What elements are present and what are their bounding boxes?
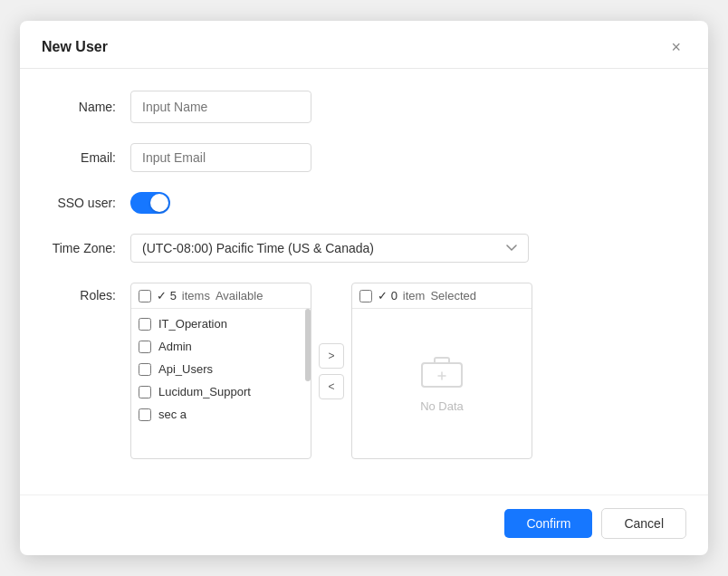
roles-label: Roles: [49, 283, 130, 302]
list-item[interactable]: Admin [131, 335, 311, 358]
email-label: Email: [49, 150, 130, 165]
scrollbar-thumb [305, 309, 311, 381]
no-data-text: No Data [420, 399, 464, 413]
dialog-overlay: New User × Name: ··· Email: SSO user: [0, 0, 728, 576]
dialog-body: Name: ··· Email: SSO user: [20, 69, 708, 494]
role-name: sec a [158, 408, 187, 421]
role-checkbox[interactable] [139, 408, 151, 421]
list-item[interactable]: Lucidum_Support [131, 380, 311, 403]
sso-label: SSO user: [49, 196, 130, 210]
selected-item-label: item [403, 289, 426, 302]
move-left-button[interactable]: < [319, 374, 344, 399]
role-checkbox[interactable] [139, 318, 151, 331]
email-input[interactable] [130, 143, 311, 172]
selected-count: ✓ 0 [378, 289, 398, 302]
dialog-footer: Confirm Cancel [20, 494, 708, 555]
sso-row: SSO user: [49, 192, 679, 214]
transfer-buttons: > < [319, 343, 344, 399]
no-data-icon [420, 354, 464, 392]
name-input-wrap: ··· [130, 91, 311, 123]
roles-available-panel: ✓ 5 items Available IT_Operation [130, 283, 311, 459]
role-name: Admin [158, 340, 192, 353]
available-select-all-checkbox[interactable] [139, 290, 151, 302]
roles-available-list: IT_Operation Admin Api_Users [131, 309, 311, 458]
timezone-select[interactable]: (UTC-08:00) Pacific Time (US & Canada) I… [130, 234, 529, 263]
list-item[interactable]: IT_Operation [131, 312, 311, 335]
name-label: Name: [49, 100, 130, 114]
role-name: Api_Users [158, 362, 213, 376]
list-item[interactable]: Api_Users [131, 358, 311, 380]
dialog-header: New User × [20, 21, 708, 69]
name-row: Name: ··· [49, 91, 679, 123]
role-checkbox[interactable] [139, 386, 151, 398]
available-items-label: items [182, 289, 210, 302]
new-user-dialog: New User × Name: ··· Email: SSO user: [20, 21, 708, 555]
sso-toggle-wrap [130, 192, 170, 214]
toggle-slider [130, 192, 170, 214]
selected-select-all-checkbox[interactable] [359, 290, 372, 302]
cancel-button[interactable]: Cancel [601, 508, 686, 539]
confirm-button[interactable]: Confirm [504, 509, 592, 538]
role-name: IT_Operation [158, 317, 227, 331]
name-input[interactable] [131, 93, 311, 120]
timezone-row: Time Zone: (UTC-08:00) Pacific Time (US … [49, 234, 679, 263]
timezone-label: Time Zone: [49, 241, 130, 255]
roles-available-header: ✓ 5 items Available [131, 283, 311, 309]
list-item[interactable]: sec a [131, 403, 311, 426]
role-checkbox[interactable] [139, 341, 151, 353]
selected-sublabel: Selected [430, 289, 476, 302]
dialog-title: New User [42, 39, 108, 55]
roles-content: ✓ 5 items Available IT_Operation [130, 283, 679, 459]
email-row: Email: [49, 143, 679, 172]
role-name: Lucidum_Support [158, 385, 251, 398]
close-button[interactable]: × [666, 37, 686, 57]
available-count: ✓ 5 [157, 289, 177, 302]
roles-selected-header: ✓ 0 item Selected [352, 283, 532, 309]
sso-toggle[interactable] [130, 192, 170, 214]
roles-selected-panel: ✓ 0 item Selected [351, 283, 532, 459]
available-sublabel: Available [216, 289, 263, 302]
roles-row: Roles: ✓ 5 items Available [49, 283, 679, 459]
role-checkbox[interactable] [139, 363, 151, 376]
no-data-area: No Data [352, 309, 532, 458]
move-right-button[interactable]: > [319, 343, 344, 369]
